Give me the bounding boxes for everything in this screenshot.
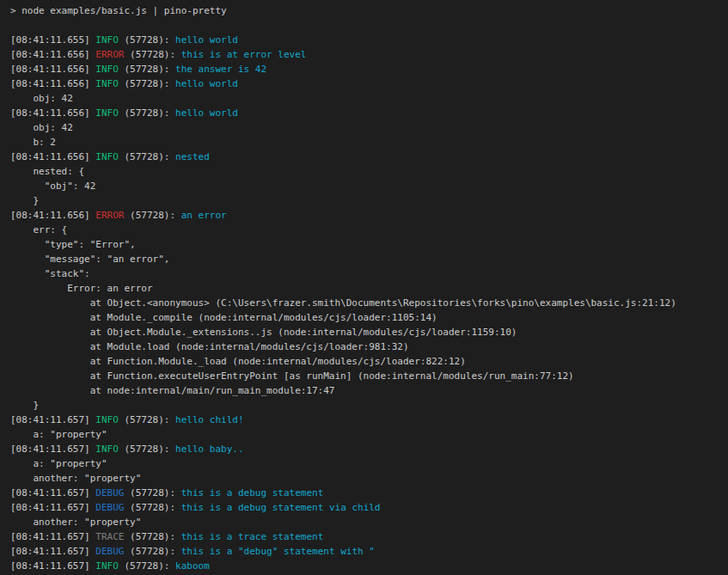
terminal-text-segment: (57728): [124, 487, 180, 499]
terminal-line: [08:41:11.657] DEBUG (57728): this is a … [10, 500, 728, 515]
terminal-text-segment: (57728): [124, 210, 180, 221]
terminal-line: [08:41:11.656] INFO (57728): hello world [10, 76, 728, 91]
terminal-line: a: "property" [10, 456, 728, 471]
terminal-text-segment: [08:41:11.657] [10, 502, 95, 513]
terminal-text-segment: hello world [175, 107, 238, 119]
terminal-line: another: "property" [10, 515, 728, 529]
terminal-line: [08:41:11.656] INFO (57728): hello world [10, 106, 728, 120]
terminal-line: "obj": 42 [10, 179, 728, 193]
terminal-text-segment: INFO [95, 64, 119, 75]
terminal-text-segment: INFO [95, 78, 119, 89]
terminal-line: [08:41:11.657] INFO (57728): kaboom [10, 559, 728, 573]
terminal-text-segment: [08:41:11.657] [10, 531, 95, 542]
terminal-text-segment: at Object.Module._extensions..js (node:i… [10, 327, 517, 338]
terminal-line: nested: { [10, 164, 728, 179]
terminal-text-segment: DEBUG [95, 487, 124, 499]
terminal-line: at Module._compile (node:internal/module… [10, 310, 728, 325]
terminal-text-segment: DEBUG [95, 546, 124, 557]
terminal-text-segment: [08:41:11.656] [10, 151, 95, 162]
terminal-text-segment: the answer is 42 [175, 64, 266, 75]
terminal-text-segment [10, 20, 16, 31]
terminal-line: "stack": [10, 266, 728, 281]
terminal-text-segment: INFO [95, 34, 119, 46]
terminal-text-segment: a: "property" [10, 429, 107, 440]
terminal-line: at Module.load (node:internal/modules/cj… [10, 339, 728, 354]
terminal-text-segment: err: { [10, 224, 67, 236]
terminal-line: [08:41:11.655] INFO (57728): hello world [10, 33, 728, 47]
terminal-text-segment: Error: an error [10, 283, 153, 294]
terminal-line: [08:41:11.656] INFO (57728): the answer … [10, 62, 728, 76]
terminal-text-segment: DEBUG [95, 502, 124, 513]
terminal-text-segment: at Object.<anonymous> (C:\Users\frazer.s… [10, 297, 676, 309]
terminal-text-segment: (57728): [119, 414, 175, 425]
terminal-line: } [10, 398, 728, 413]
terminal-line: [08:41:11.657] INFO (57728): hello baby.… [10, 442, 728, 456]
terminal-text-segment: (57728): [119, 151, 175, 162]
terminal-text-segment: (57728): [119, 34, 175, 46]
terminal-text-segment: [08:41:11.657] [10, 560, 95, 572]
terminal-text-segment: at Function.Module._load (node:internal/… [10, 356, 466, 367]
terminal-text-segment: [08:41:11.655] [10, 34, 95, 46]
terminal-text-segment: another: "property" [10, 517, 141, 528]
terminal-text-segment: [08:41:11.657] [10, 546, 95, 557]
terminal-text-segment: (57728): [119, 443, 175, 455]
terminal-line: a: "property" [10, 427, 728, 442]
terminal-text-segment: this is a debug statement [181, 487, 324, 499]
terminal-line: [08:41:11.657] DEBUG (57728): this is a … [10, 486, 728, 500]
terminal-text-segment: [08:41:11.657] [10, 414, 95, 425]
terminal-text-segment: [08:41:11.656] [10, 49, 95, 60]
terminal-text-segment: hello world [175, 78, 238, 89]
terminal-line [10, 18, 728, 33]
terminal-line: at Object.<anonymous> (C:\Users\frazer.s… [10, 296, 728, 310]
terminal-text-segment: (57728): [119, 107, 175, 119]
terminal-line: [08:41:11.657] INFO (57728): hello child… [10, 413, 728, 427]
terminal-line: obj: 42 [10, 91, 728, 106]
terminal-text-segment: obj: 42 [10, 93, 73, 104]
terminal-text-segment: an error [181, 210, 227, 221]
terminal-text-segment: hello baby.. [175, 443, 243, 455]
terminal-text-segment: this is a "debug" statement with " [181, 546, 375, 557]
terminal-text-segment: (57728): [124, 502, 180, 513]
terminal-line: Error: an error [10, 281, 728, 296]
terminal-text-segment: kaboom [175, 560, 210, 572]
terminal-text-segment: [08:41:11.656] [10, 210, 95, 221]
terminal-text-segment: at Function.executeUserEntryPoint [as ru… [10, 370, 574, 382]
terminal-text-segment: [08:41:11.656] [10, 107, 95, 119]
terminal-line: at Object.Module._extensions..js (node:i… [10, 325, 728, 339]
terminal-text-segment: b: 2 [10, 137, 56, 148]
terminal-text-segment: [08:41:11.657] [10, 443, 95, 455]
terminal-text-segment: another: "property" [10, 473, 141, 484]
terminal-text-segment: "obj": 42 [10, 180, 95, 192]
terminal-text-segment: nested [175, 151, 210, 162]
terminal-text-segment: a: "property" [10, 458, 107, 469]
terminal-text-segment: (57728): [124, 49, 180, 60]
terminal-line: [08:41:11.656] ERROR (57728): this is at… [10, 47, 728, 62]
terminal-line: } [10, 193, 728, 208]
terminal-output: > node examples/basic.js | pino-pretty [… [0, 0, 728, 575]
terminal-text-segment: nested: { [10, 166, 84, 177]
terminal-line: obj: 42 [10, 120, 728, 135]
terminal-line: at node:internal/main/run_main_module:17… [10, 383, 728, 398]
terminal-text-segment: "message": "an error", [10, 254, 169, 265]
terminal-line: err: { [10, 223, 728, 237]
terminal-line: "message": "an error", [10, 252, 728, 266]
terminal-text-segment: } [10, 195, 39, 206]
terminal-text-segment: "stack": [10, 268, 90, 279]
terminal-line: b: 2 [10, 135, 728, 150]
terminal-line: [08:41:11.657] DEBUG (57728): this is a … [10, 544, 728, 559]
terminal-line: another: "property" [10, 471, 728, 486]
terminal-text-segment: obj: 42 [10, 122, 73, 133]
terminal-line: [08:41:11.656] ERROR (57728): an error [10, 208, 728, 223]
terminal-text-segment: this is a trace statement [181, 531, 324, 542]
terminal-text-segment: [08:41:11.656] [10, 78, 95, 89]
terminal-text-segment: ERROR [95, 210, 124, 221]
terminal-text-segment: (57728): [124, 546, 180, 557]
terminal-text-segment: [08:41:11.657] [10, 487, 95, 499]
terminal-text-segment: "type": "Error", [10, 239, 136, 250]
command-line: > node examples/basic.js | pino-pretty [10, 3, 728, 18]
terminal-text-segment: INFO [95, 151, 119, 162]
terminal-text-segment: (57728): [119, 64, 175, 75]
terminal-line: "type": "Error", [10, 237, 728, 252]
terminal-text-segment: this is at error level [181, 49, 307, 60]
terminal-text-segment: (57728): [119, 560, 175, 572]
